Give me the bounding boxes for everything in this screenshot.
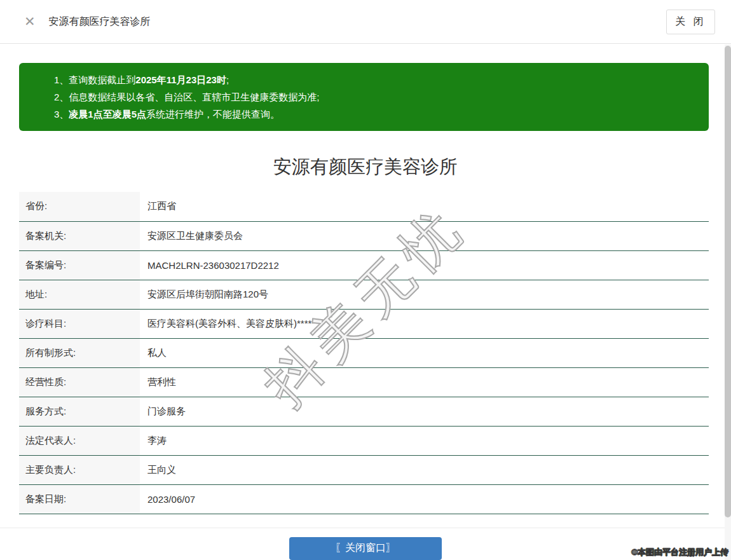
field-label: 法定代表人: — [19, 426, 140, 455]
field-value: 安源区后埠街朝阳南路120号 — [140, 280, 709, 309]
table-row: 备案机关: 安源区卫生健康委员会 — [19, 221, 709, 250]
close-button[interactable]: 关 闭 — [666, 10, 715, 34]
notice-line-1: 1、查询数据截止到2025年11月23日23时; — [54, 71, 696, 88]
field-label: 备案编号: — [19, 250, 140, 280]
close-window-button[interactable]: 〖关闭窗口〗 — [289, 537, 442, 560]
field-value: 私人 — [140, 338, 709, 367]
field-value: 医疗美容科(美容外科、美容皮肤科)****** — [140, 309, 709, 338]
field-label: 备案日期: — [19, 484, 140, 514]
field-label: 经营性质: — [19, 367, 140, 397]
field-value: 门诊服务 — [140, 397, 709, 426]
window-title: 安源有颜医疗美容诊所 — [49, 15, 151, 29]
field-label: 省份: — [19, 192, 140, 221]
field-value: 营利性 — [140, 367, 709, 397]
notice-bold-text: 凌晨1点至凌晨5点 — [69, 109, 146, 120]
notice-box: 1、查询数据截止到2025年11月23日23时; 2、信息数据结果以各省、自治区… — [19, 63, 709, 131]
table-row: 备案日期: 2023/06/07 — [19, 484, 709, 514]
close-icon[interactable]: ✕ — [24, 15, 36, 29]
table-row: 诊疗科目: 医疗美容科(美容外科、美容皮肤科)****** — [19, 309, 709, 338]
field-label: 诊疗科目: — [19, 309, 140, 338]
scrollbar-track[interactable] — [725, 44, 731, 560]
field-value: 安源区卫生健康委员会 — [140, 221, 709, 250]
notice-text: 系统进行维护，不能提供查询。 — [146, 109, 280, 120]
table-row: 地址: 安源区后埠街朝阳南路120号 — [19, 280, 709, 309]
field-value: 江西省 — [140, 192, 709, 221]
copyright-stamp: ©本图由平台注册用户上传 — [631, 547, 728, 558]
field-label: 服务方式: — [19, 397, 140, 426]
notice-text: 1、查询数据截止到 — [54, 74, 135, 85]
field-label: 所有制形式: — [19, 338, 140, 367]
scrollbar-thumb[interactable] — [725, 46, 731, 517]
notice-line-3: 3、凌晨1点至凌晨5点系统进行维护，不能提供查询。 — [54, 106, 696, 123]
notice-line-2: 2、信息数据结果以各省、自治区、直辖市卫生健康委数据为准; — [54, 88, 696, 106]
field-label: 备案机关: — [19, 221, 140, 250]
page-title: 安源有颜医疗美容诊所 — [0, 154, 731, 180]
field-label: 主要负责人: — [19, 455, 140, 484]
table-row: 服务方式: 门诊服务 — [19, 397, 709, 426]
table-row: 法定代表人: 李涛 — [19, 426, 709, 455]
field-value: 2023/06/07 — [140, 484, 709, 514]
table-row: 经营性质: 营利性 — [19, 367, 709, 397]
topbar: ✕ 安源有颜医疗美容诊所 关 闭 — [0, 0, 731, 44]
notice-text: ; — [226, 74, 229, 85]
table-row: 主要负责人: 王向义 — [19, 455, 709, 484]
table-row: 所有制形式: 私人 — [19, 338, 709, 367]
field-value: 王向义 — [140, 455, 709, 484]
field-label: 地址: — [19, 280, 140, 309]
notice-text: 3、 — [54, 109, 69, 120]
clinic-info-table: 省份: 江西省 备案机关: 安源区卫生健康委员会 备案编号: MACH2LRN-… — [19, 192, 709, 514]
table-row: 备案编号: MACH2LRN-236030217D2212 — [19, 250, 709, 280]
table-row: 省份: 江西省 — [19, 192, 709, 221]
field-value: 李涛 — [140, 426, 709, 455]
footer: 〖关闭窗口〗 — [0, 528, 731, 560]
notice-text: 2、信息数据结果以各省、自治区、直辖市卫生健康委数据为准; — [54, 92, 320, 102]
field-value: MACH2LRN-236030217D2212 — [140, 250, 709, 280]
notice-bold-text: 2025年11月23日23时 — [135, 74, 226, 85]
